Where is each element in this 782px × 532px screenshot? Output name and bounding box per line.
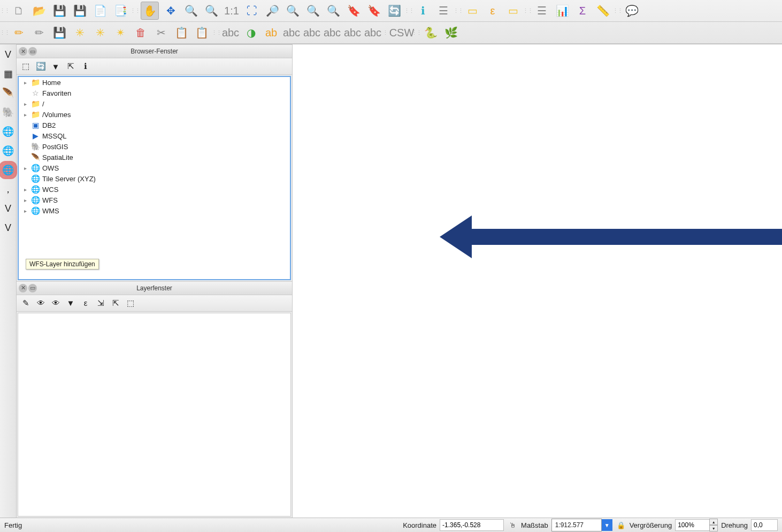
- expand-arrow-icon[interactable]: ▸: [22, 101, 28, 107]
- delete-selected-button[interactable]: 🗑: [132, 24, 149, 41]
- properties-button[interactable]: ℹ: [80, 60, 91, 72]
- zoom-in-button[interactable]: 🔍: [182, 2, 200, 19]
- zoom-out-button[interactable]: 🔍: [203, 2, 220, 19]
- lock-scale-icon[interactable]: 🔒: [616, 520, 626, 530]
- zoom-full-button[interactable]: ⛶: [243, 2, 260, 19]
- new-bookmark-button[interactable]: 🔖: [345, 2, 362, 19]
- tree-item[interactable]: ▸📁/: [19, 98, 290, 109]
- add-raster-layer-button[interactable]: ▦: [1, 67, 15, 81]
- expand-arrow-icon[interactable]: ▸: [22, 112, 28, 118]
- expand-arrow-icon[interactable]: ▸: [22, 80, 28, 86]
- open-attribute-table-button[interactable]: ☰: [435, 2, 452, 19]
- tree-item[interactable]: ▸📁Home: [19, 77, 290, 88]
- tree-item[interactable]: 🌐Tile Server (XYZ): [19, 173, 290, 184]
- save-project-button[interactable]: 💾: [51, 2, 68, 19]
- refresh-button[interactable]: 🔄: [35, 60, 47, 72]
- new-print-composer-button[interactable]: 📄: [91, 2, 109, 19]
- toolbar-grip[interactable]: [132, 4, 137, 17]
- label-tool-3-button[interactable]: abc: [283, 24, 300, 41]
- expand-arrow-icon[interactable]: ▸: [22, 187, 28, 192]
- measure-button[interactable]: 📏: [594, 2, 611, 19]
- add-wms-layer-button[interactable]: 🌐: [1, 125, 15, 138]
- toolbar-grip[interactable]: [2, 4, 7, 17]
- expand-arrow-icon[interactable]: ▸: [22, 165, 28, 171]
- map-tips-button[interactable]: 💬: [623, 2, 640, 19]
- zoom-selection-button[interactable]: 🔎: [264, 2, 281, 19]
- add-delimited-text-button[interactable]: ，: [1, 182, 15, 196]
- close-icon[interactable]: ✕: [19, 47, 27, 56]
- add-vector-layer-button[interactable]: V: [1, 48, 15, 61]
- undock-icon[interactable]: ▭: [28, 284, 37, 292]
- statistics-button[interactable]: 📊: [554, 2, 571, 19]
- copy-features-button[interactable]: 📋: [173, 24, 190, 41]
- node-tool-button[interactable]: ✴: [112, 24, 129, 41]
- tree-item[interactable]: ▸🌐OWS: [19, 163, 290, 173]
- tree-item[interactable]: ▸🌐WMS: [19, 205, 290, 216]
- composer-manager-button[interactable]: 📑: [112, 2, 129, 19]
- add-postgis-layer-button[interactable]: 🐘: [1, 105, 15, 119]
- toggle-editing-button[interactable]: ✏: [30, 24, 48, 41]
- toolbar-grip[interactable]: [406, 4, 411, 17]
- pan-map-button[interactable]: ✋: [141, 2, 159, 20]
- undock-icon[interactable]: ▭: [28, 47, 37, 56]
- new-project-button[interactable]: 🗋: [10, 2, 27, 19]
- browser-tree[interactable]: ▸📁Home☆Favoriten▸📁/▸📁/Volumes▣DB2▶MSSQL🐘…: [18, 76, 291, 280]
- move-feature-button[interactable]: ✳: [91, 24, 109, 41]
- open-project-button[interactable]: 📂: [30, 2, 48, 19]
- tree-item[interactable]: ▸🌐WFS: [19, 195, 290, 205]
- coordinate-input[interactable]: [440, 519, 504, 531]
- pan-to-selection-button[interactable]: ✥: [162, 2, 179, 19]
- magnifier-input[interactable]: [675, 519, 710, 531]
- add-spatialite-layer-button[interactable]: 🪶: [1, 86, 15, 100]
- filter-button[interactable]: ▼: [50, 60, 62, 72]
- layer-tree[interactable]: [18, 313, 291, 517]
- label-tool-2-button[interactable]: ab: [263, 24, 280, 41]
- style-preset-button[interactable]: ✎: [20, 297, 32, 309]
- scale-dropdown-button[interactable]: ▼: [602, 519, 612, 531]
- expand-arrow-icon[interactable]: ▸: [22, 208, 28, 214]
- map-canvas[interactable]: [293, 44, 782, 518]
- close-icon[interactable]: ✕: [19, 284, 27, 292]
- magnifier-down[interactable]: ▼: [709, 525, 718, 531]
- tree-item[interactable]: ☆Favoriten: [19, 88, 290, 98]
- label-tool-1-button[interactable]: abc: [222, 24, 239, 41]
- expand-arrow-icon[interactable]: ▸: [22, 197, 28, 203]
- toolbar-grip[interactable]: [615, 4, 620, 17]
- cut-features-button[interactable]: ✂: [152, 24, 170, 41]
- select-by-expression-button[interactable]: ε: [484, 2, 501, 19]
- plugin-button[interactable]: 🌿: [442, 24, 459, 41]
- zoom-next-button[interactable]: 🔍: [325, 2, 342, 19]
- label-tool-7-button[interactable]: abc: [364, 24, 381, 41]
- toolbar-grip[interactable]: [413, 26, 419, 39]
- toolbar-grip[interactable]: [455, 4, 461, 17]
- label-tool-4-button[interactable]: abc: [303, 24, 320, 41]
- add-feature-button[interactable]: ✳: [71, 24, 88, 41]
- select-features-button[interactable]: ▭: [464, 2, 481, 19]
- tree-item[interactable]: 🐘PostGIS: [19, 141, 290, 152]
- toolbar-grip[interactable]: [213, 26, 219, 39]
- tree-item[interactable]: ▸📁/Volumes: [19, 109, 290, 120]
- add-wcs-layer-button[interactable]: 🌐: [1, 144, 15, 158]
- python-console-button[interactable]: 🐍: [422, 24, 439, 41]
- add-layer-button[interactable]: ⬚: [20, 60, 32, 72]
- deselect-all-button[interactable]: ▭: [504, 2, 522, 19]
- scale-value[interactable]: 1:912.577: [551, 519, 602, 531]
- refresh-button[interactable]: 🔄: [386, 2, 403, 19]
- open-field-calc-button[interactable]: ☰: [533, 2, 550, 19]
- show-bookmarks-button[interactable]: 🔖: [365, 2, 382, 19]
- tree-item[interactable]: ▣DB2: [19, 120, 290, 130]
- expand-all-button[interactable]: ⇲: [95, 297, 106, 309]
- style-manager-button[interactable]: ◑: [242, 24, 259, 41]
- zoom-layer-button[interactable]: 🔍: [284, 2, 301, 19]
- zoom-last-button[interactable]: 🔍: [304, 2, 321, 19]
- filter-button[interactable]: ▼: [65, 297, 76, 309]
- toggle-extents-icon[interactable]: 🖱: [507, 520, 518, 530]
- remove-button[interactable]: ⬚: [125, 297, 136, 309]
- add-wfs-layer-button[interactable]: 🌐: [1, 163, 15, 177]
- manage-visibility-button[interactable]: 👁: [35, 297, 47, 309]
- new-shapefile-button[interactable]: V: [1, 221, 15, 235]
- save-layer-edits-button[interactable]: 💾: [51, 24, 68, 41]
- collapse-all-button[interactable]: ⇱: [65, 60, 76, 72]
- current-edits-button[interactable]: ✏: [10, 24, 27, 41]
- zoom-native-button[interactable]: 1:1: [223, 2, 240, 19]
